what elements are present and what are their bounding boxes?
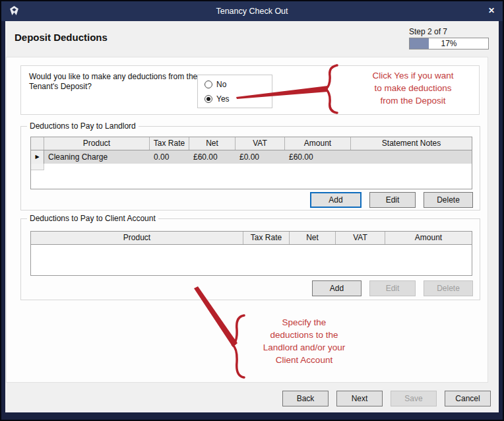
column-header-product[interactable]: Product: [44, 137, 150, 150]
titlebar: Tenancy Check Out ✕: [0, 0, 504, 21]
client-grid-header: Product Tax Rate Net VAT Amount: [31, 232, 472, 245]
empty-row-selector-stub: [31, 164, 44, 170]
annotation-click-yes: Click Yes if you want to make deductions…: [360, 69, 466, 107]
wizard-navigation: Back Next Save Cancel: [282, 391, 491, 406]
radio-no-icon: [205, 81, 212, 88]
cell-vat: £0.00: [236, 150, 285, 164]
column-header-vat[interactable]: VAT: [336, 232, 385, 244]
column-header-selector: [31, 137, 44, 150]
dialog-body: Deposit Deductions Step 2 of 7 17% Would…: [5, 21, 499, 412]
progress-bar: 17%: [409, 38, 489, 49]
column-header-net[interactable]: Net: [290, 232, 336, 244]
column-header-net[interactable]: Net: [189, 137, 236, 150]
column-header-product[interactable]: Product: [31, 232, 243, 244]
row-selector-icon[interactable]: ▶: [31, 150, 44, 164]
column-header-statement-notes[interactable]: Statement Notes: [351, 137, 472, 150]
column-header-amount[interactable]: Amount: [285, 137, 351, 150]
back-button[interactable]: Back: [282, 391, 329, 406]
client-grid-buttons: Add Edit Delete: [312, 280, 473, 296]
landlord-deductions-grid: Product Tax Rate Net VAT Amount Statemen…: [30, 137, 472, 189]
radio-yes-icon: [205, 95, 212, 103]
column-header-tax-rate[interactable]: Tax Rate: [243, 232, 290, 244]
cell-tax-rate: 0.00: [150, 150, 189, 164]
client-deductions-group: Deductions to Pay to Client Account Prod…: [20, 218, 480, 300]
deduction-radio-group: No Yes: [197, 75, 272, 108]
landlord-deductions-group: Deductions to Pay to Landlord Product Ta…: [20, 126, 480, 210]
column-header-amount[interactable]: Amount: [385, 232, 472, 244]
radio-option-no[interactable]: No: [205, 80, 226, 89]
landlord-edit-button[interactable]: Edit: [369, 192, 416, 208]
cell-amount: £60.00: [285, 150, 351, 164]
next-button[interactable]: Next: [336, 391, 383, 406]
radio-yes-label: Yes: [216, 94, 230, 104]
radio-no-label: No: [216, 80, 226, 89]
landlord-grid-buttons: Add Edit Delete: [310, 192, 473, 208]
window-title: Tenancy Check Out: [0, 0, 504, 21]
cell-statement-notes: [351, 150, 472, 164]
landlord-add-button[interactable]: Add: [310, 192, 362, 208]
deduction-question-box: Would you like to make any deductions fr…: [20, 65, 480, 115]
column-header-tax-rate[interactable]: Tax Rate: [150, 137, 189, 150]
step-label: Step 2 of 7: [409, 27, 447, 36]
radio-option-yes[interactable]: Yes: [205, 94, 230, 104]
cell-net: £60.00: [189, 150, 236, 164]
cancel-button[interactable]: Cancel: [445, 391, 491, 406]
tenancy-check-out-dialog: Tenancy Check Out ✕ Deposit Deductions S…: [0, 0, 504, 421]
save-button: Save: [391, 391, 437, 406]
progress-percent-label: 17%: [410, 38, 488, 49]
close-icon[interactable]: ✕: [486, 5, 497, 16]
content-panel: Would you like to make any deductions fr…: [6, 57, 488, 383]
cell-product: Cleaning Charge: [44, 150, 150, 164]
column-header-vat[interactable]: VAT: [236, 137, 285, 150]
landlord-delete-button[interactable]: Delete: [424, 192, 473, 208]
landlord-grid-header: Product Tax Rate Net VAT Amount Statemen…: [31, 137, 472, 150]
client-deductions-grid: Product Tax Rate Net VAT Amount: [30, 231, 472, 276]
table-row-cleaning-charge[interactable]: ▶ Cleaning Charge 0.00 £60.00 £0.00 £60.…: [31, 150, 472, 164]
client-delete-button: Delete: [424, 280, 473, 296]
deduction-question-label: Would you like to make any deductions fr…: [29, 72, 214, 92]
landlord-group-title: Deductions to Pay to Landlord: [27, 121, 139, 131]
client-group-title: Deductions to Pay to Client Account: [27, 214, 158, 223]
page-title: Deposit Deductions: [15, 32, 108, 43]
client-add-button[interactable]: Add: [312, 280, 362, 296]
annotation-specify-deductions: Specify the deductions to the Landlord a…: [251, 316, 357, 366]
client-edit-button: Edit: [369, 280, 416, 296]
